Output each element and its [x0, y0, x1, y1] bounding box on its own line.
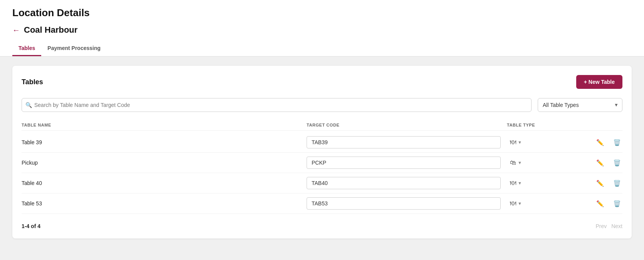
col-header-table-type: TABLE TYPE: [507, 123, 584, 127]
row-4-type: 🍽 ▼: [507, 198, 584, 208]
pagination-buttons: Prev Next: [595, 223, 622, 229]
row-2-edit-button[interactable]: ✏️: [595, 158, 605, 168]
prev-button[interactable]: Prev: [595, 223, 607, 229]
tabs-bar: Tables Payment Processing: [12, 41, 632, 56]
row-4-edit-button[interactable]: ✏️: [595, 198, 605, 209]
row-2-type: 🛍 ▼: [507, 158, 584, 168]
new-table-button[interactable]: + New Table: [576, 75, 622, 89]
row-2-type-button[interactable]: 🛍 ▼: [507, 158, 525, 168]
chevron-down-icon: ▼: [518, 181, 522, 185]
card-header: Tables + New Table: [22, 75, 622, 89]
col-header-table-name: TABLE NAME: [22, 123, 307, 127]
search-icon: 🔍: [25, 102, 32, 108]
row-1-type-button[interactable]: 🍽 ▼: [507, 137, 525, 147]
table-header: TABLE NAME TARGET CODE TABLE TYPE: [22, 120, 622, 131]
row-3-target-wrapper: [307, 177, 507, 189]
row-3-target-input[interactable]: [307, 177, 501, 189]
tables-list: TABLE NAME TARGET CODE TABLE TYPE Table …: [22, 120, 622, 214]
row-2-target-input[interactable]: [307, 157, 501, 169]
pagination-row: 1-4 of 4 Prev Next: [22, 220, 622, 229]
row-4-target-input[interactable]: [307, 197, 501, 210]
row-1-edit-button[interactable]: ✏️: [595, 137, 605, 148]
col-header-actions: [584, 123, 622, 127]
tab-payment-processing[interactable]: Payment Processing: [41, 41, 107, 56]
search-input[interactable]: [22, 98, 532, 112]
table-type-filter-wrapper: All Table Types Dine In Pickup Delivery …: [538, 98, 622, 112]
row-4-delete-button[interactable]: 🗑️: [612, 198, 622, 209]
row-4-actions: ✏️ 🗑️: [584, 198, 622, 209]
row-1-target-wrapper: [307, 136, 507, 148]
chevron-down-icon: ▼: [518, 201, 522, 206]
pagination-info: 1-4 of 4: [22, 223, 40, 229]
location-name: Coal Harbour: [24, 25, 77, 35]
row-2-name: Pickup: [22, 160, 307, 166]
table-row: Table 53 🍽 ▼ ✏️ 🗑️: [22, 193, 622, 214]
row-3-type: 🍽 ▼: [507, 178, 584, 188]
row-3-delete-button[interactable]: 🗑️: [612, 178, 622, 188]
col-header-target-code: TARGET CODE: [307, 123, 507, 127]
filters-row: 🔍 All Table Types Dine In Pickup Deliver…: [22, 98, 622, 112]
row-4-type-button[interactable]: 🍽 ▼: [507, 198, 525, 208]
row-1-delete-button[interactable]: 🗑️: [612, 137, 622, 148]
row-1-target-input[interactable]: [307, 136, 501, 148]
row-2-delete-button[interactable]: 🗑️: [612, 158, 622, 168]
cutlery-icon: 🍽: [510, 200, 516, 207]
row-1-actions: ✏️ 🗑️: [584, 137, 622, 148]
chevron-down-icon: ▼: [518, 160, 522, 165]
table-row: Table 40 🍽 ▼ ✏️ 🗑️: [22, 173, 622, 193]
page-header: Location Details ← Coal Harbour Tables P…: [0, 0, 644, 57]
row-3-actions: ✏️ 🗑️: [584, 178, 622, 188]
row-3-type-button[interactable]: 🍽 ▼: [507, 178, 525, 188]
back-row: ← Coal Harbour: [12, 25, 632, 40]
table-row: Pickup 🛍 ▼ ✏️ 🗑️: [22, 153, 622, 173]
cutlery-icon: 🍽: [510, 180, 516, 187]
card-title: Tables: [22, 78, 43, 86]
table-type-select[interactable]: All Table Types Dine In Pickup Delivery: [538, 98, 622, 112]
row-1-name: Table 39: [22, 139, 307, 145]
back-arrow-icon[interactable]: ←: [12, 26, 20, 35]
tab-tables[interactable]: Tables: [12, 41, 41, 56]
search-wrapper: 🔍: [22, 98, 532, 112]
chevron-down-icon: ▼: [518, 140, 522, 145]
bag-icon: 🛍: [510, 159, 516, 166]
page-title: Location Details: [12, 7, 632, 25]
row-3-name: Table 40: [22, 180, 307, 186]
cutlery-icon: 🍽: [510, 139, 516, 146]
table-row: Table 39 🍽 ▼ ✏️ 🗑️: [22, 132, 622, 153]
row-4-target-wrapper: [307, 197, 507, 210]
row-4-name: Table 53: [22, 200, 307, 207]
row-2-actions: ✏️ 🗑️: [584, 158, 622, 168]
tables-card: Tables + New Table 🔍 All Table Types Din…: [12, 66, 632, 238]
row-2-target-wrapper: [307, 157, 507, 169]
main-content: Tables + New Table 🔍 All Table Types Din…: [0, 57, 644, 248]
row-1-type: 🍽 ▼: [507, 137, 584, 147]
row-3-edit-button[interactable]: ✏️: [595, 178, 605, 188]
next-button[interactable]: Next: [611, 223, 622, 229]
